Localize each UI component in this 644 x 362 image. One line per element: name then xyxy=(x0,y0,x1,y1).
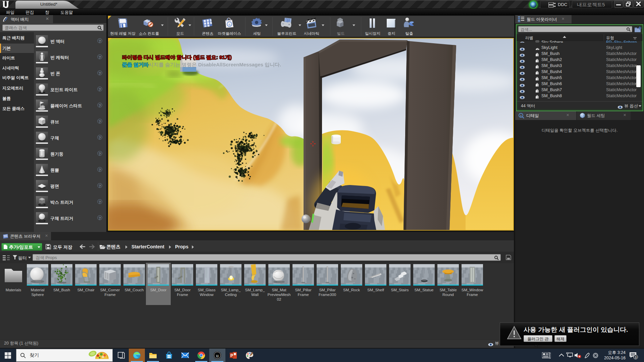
svg-text:i: i xyxy=(521,114,522,117)
svg-text:P: P xyxy=(230,353,233,358)
svg-text:3: 3 xyxy=(635,356,636,359)
svg-text:u: u xyxy=(216,353,219,358)
svg-text:u: u xyxy=(229,22,230,26)
